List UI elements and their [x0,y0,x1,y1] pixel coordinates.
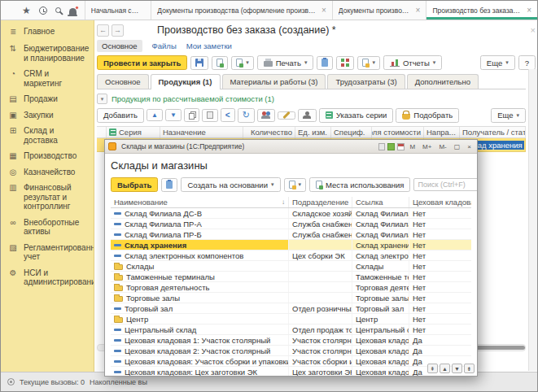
post-and-close-button[interactable]: Провести и закрыть [97,55,187,70]
column-header-unit[interactable]: Ед. изм. [295,127,331,137]
warehouse-link-cell[interactable]: Цеховая кладовая ... [352,335,409,345]
warehouse-department-cell[interactable] [288,282,352,292]
warehouse-name-cell[interactable]: Торговый зал [111,303,288,313]
form-nav-link[interactable]: Файлы [152,41,177,50]
warehouse-row[interactable]: Цеховая кладовая 1: Участок столярный Уч… [111,335,471,346]
save-button[interactable] [190,56,208,70]
sort-descending-icon[interactable]: ↓ [282,198,285,206]
table-more-button[interactable]: Еще▾ [491,108,526,123]
warehouse-storeroom-cell[interactable]: Да [409,346,471,355]
print-button[interactable]: Печать▾ [257,55,314,70]
warehouse-link-cell[interactable]: Таможенные терми... [352,272,409,281]
warehouse-storeroom-cell[interactable]: Да [409,335,471,345]
warehouse-name-cell[interactable]: Цеховая кладовая 1: Участок столярный [111,335,288,345]
warehouse-department-cell[interactable] [288,240,352,250]
sidebar-item[interactable]: Регламентированный учет [1,240,94,265]
column-header-cost-share[interactable]: Доля стоимости [372,127,424,137]
column-header-receiver[interactable]: Получатель / статья и аналитика /... [460,127,526,137]
sidebar-item[interactable]: Главное [1,24,94,41]
move-up-button[interactable]: ▲ [147,109,163,121]
dialog-titlebar[interactable]: Склады и магазины (1С:Предприятие) М М+ … [105,140,477,154]
warehouse-department-cell[interactable]: Отдел розничных п... [288,303,352,313]
warehouse-row[interactable]: Таможенные терминалы Таможенные терми...… [111,272,471,282]
warehouse-row[interactable]: Склад Филиала ДС-В Складское хозяйство С… [111,208,471,219]
notifications-bell-icon[interactable] [69,8,77,15]
warehouse-storeroom-cell[interactable]: Нет [409,324,471,334]
warehouse-row[interactable]: Торговая деятельность Торговая деятельн.… [111,282,471,293]
reports-button[interactable]: Отчеты▾ [383,55,442,70]
scroll-up-icon[interactable]: ▲ [440,364,450,373]
sidebar-item[interactable]: Закупки [1,107,94,124]
warehouse-name-cell[interactable]: Склад Филиала ПР-Б [111,229,288,239]
window-tab[interactable]: Производство без заказа (создание) * × [426,1,537,20]
warehouse-row[interactable]: Склад электронных компонентов Цех сборки… [111,250,471,261]
column-header-spec[interactable]: Специф. [331,127,372,137]
warehouse-department-cell[interactable]: Служба снабжения [288,219,352,229]
warehouse-name-cell[interactable]: Цеховая кладовая 2: Участок столярный [111,346,288,355]
sidebar-item[interactable]: Внеоборотные активы [1,215,94,240]
post-document-button[interactable] [212,56,228,70]
warehouse-storeroom-cell[interactable]: Нет [409,250,471,260]
favorites-star-icon[interactable]: ★ [22,6,31,15]
column-header-series[interactable]: Серия [107,127,160,137]
warehouse-link-cell[interactable]: Склад Филиала ДС-В [352,208,409,218]
warehouse-row[interactable]: Торговые залы Торговые залы Нет [111,293,471,303]
warehouse-department-cell[interactable]: Участок столярный [288,346,352,355]
apps-grid-icon[interactable] [7,6,14,15]
collapse-section-button[interactable]: ▾ [97,94,107,104]
warehouse-link-cell[interactable]: Цеховая кладовая ... [352,356,409,366]
warehouse-link-cell[interactable]: Склады [352,261,409,271]
tab-close-icon[interactable]: × [414,6,421,15]
warehouse-name-cell[interactable]: Склады [111,261,288,271]
copy-row-button[interactable] [184,108,199,122]
window-tab[interactable]: Документы производства (оформление произ… [151,1,332,20]
warehouse-link-cell[interactable]: Склад хранения [352,240,409,250]
form-tab[interactable]: Основное [97,74,149,89]
warehouse-link-cell[interactable]: Торговые залы [352,293,409,303]
window-tab[interactable]: Документы производства (все) × [332,1,426,20]
history-clock-icon[interactable] [39,7,47,15]
form-tab[interactable]: Дополнительно [407,74,479,89]
warehouse-storeroom-cell[interactable]: Нет [409,261,471,271]
maximize-icon[interactable]: ▢ [452,142,463,152]
sidebar-item[interactable]: Казначейство [1,164,94,181]
form-close-icon[interactable]: × [531,25,536,35]
close-icon[interactable]: × [465,142,474,152]
scrollbar-thumb[interactable] [476,346,525,350]
column-header-name[interactable]: Наименование↓ [111,197,288,207]
form-nav-link[interactable]: Мои заметки [186,41,232,50]
page-icon[interactable] [378,143,385,150]
scroll-down-icon[interactable]: ▼ [452,364,462,373]
warehouse-name-cell[interactable]: Склад Филиала ПР-А [111,219,288,229]
warehouse-name-cell[interactable]: Цеховая кладовая: Цех заготовки ЭК [111,367,288,377]
warehouse-row[interactable]: Склад хранения Склад хранения Нет [111,240,471,250]
warehouse-name-cell[interactable]: Цеховая кладовая: Участок сборки и упако… [111,356,288,366]
warehouse-department-cell[interactable] [288,314,352,324]
structure-button[interactable] [336,56,354,70]
select-button[interactable]: Выбрать [111,177,158,192]
warehouse-department-cell[interactable]: Участок сборки и у... [288,356,352,366]
column-header-direction[interactable]: Напра... [424,127,460,137]
warehouse-name-cell[interactable]: Торговые залы [111,293,288,303]
warehouse-link-cell[interactable]: Торговая деятельн... [352,282,409,292]
column-header-department[interactable]: Подразделение [288,197,352,207]
specify-series-button[interactable]: Указать серии [319,108,393,123]
form-nav-link[interactable]: Основное [97,40,142,52]
warehouse-department-cell[interactable] [288,293,352,303]
attach-file-button[interactable]: ▾ [357,56,380,70]
save-settings-icon[interactable] [387,143,395,150]
scroll-top-icon[interactable]: ⇞ [427,364,438,373]
column-header-purpose[interactable]: Назначение [160,127,243,137]
form-tab[interactable]: Материалы и работы (3) [222,74,326,89]
warehouse-name-cell[interactable]: Склад электронных компонентов [111,250,288,260]
warehouse-link-cell[interactable]: Цеховая кладовая... [352,367,409,377]
scale-plus-button[interactable]: М+ [420,142,434,152]
sidebar-item[interactable]: Склад и доставка [1,123,94,148]
warehouse-storeroom-cell[interactable]: Нет [409,303,471,313]
scale-normal-button[interactable]: М [407,142,418,152]
sidebar-item[interactable]: CRM и маркетинг [1,66,94,91]
warehouse-storeroom-cell[interactable]: Нет [409,240,471,250]
calendar-icon[interactable] [397,143,405,150]
create-based-on-button[interactable]: ▾ [231,56,254,70]
warehouse-department-cell[interactable]: Участок столярный [288,335,352,345]
